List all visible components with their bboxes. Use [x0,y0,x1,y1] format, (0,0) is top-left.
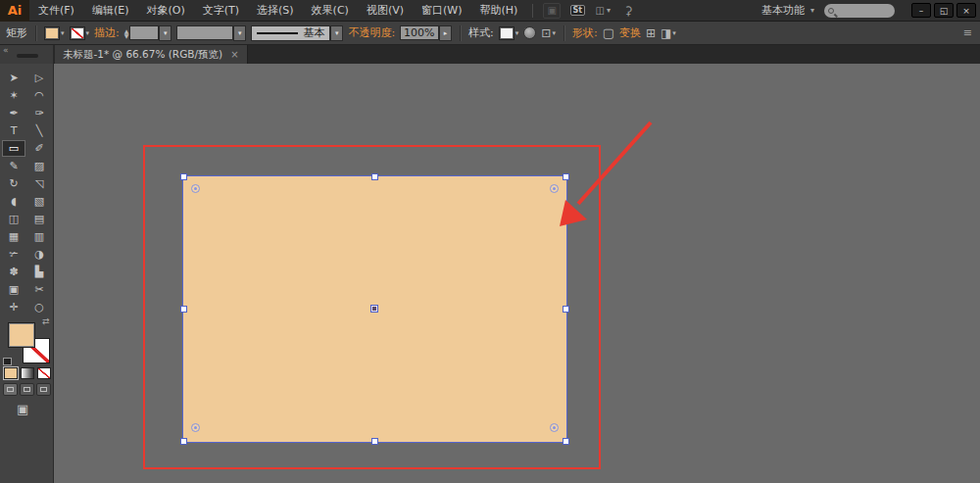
curvature-tool[interactable]: ✑ [27,105,51,121]
close-button[interactable]: × [956,3,976,18]
stroke-weight-caret-icon[interactable]: ▾ [159,25,172,41]
brush-caret-icon[interactable]: ▾ [233,25,246,41]
none-button[interactable] [37,367,51,379]
free-transform-tool[interactable]: ▧ [27,193,51,210]
stroke-style-caret-icon[interactable]: ▾ [330,25,343,41]
bounding-box-icon[interactable]: ▢ [603,25,614,40]
opacity-control[interactable]: 100% ▸ [400,25,452,41]
pencil-tool[interactable]: ✎ [2,158,25,174]
recolor-artwork-icon[interactable] [523,26,536,39]
draw-behind-button[interactable] [20,383,34,396]
type-tool[interactable]: T [2,122,25,139]
gradient-tool[interactable]: ▥ [27,228,51,245]
selection-handle-mid-right[interactable] [563,306,569,313]
toolbar-collapse-icon[interactable]: « [3,45,9,55]
style-swatch[interactable] [499,26,514,40]
blend-tool[interactable]: ◑ [27,246,51,263]
symbol-sprayer-tool[interactable]: ✽ [2,264,25,280]
color-button[interactable] [4,367,18,379]
rectangle-tool[interactable]: ▭ [2,140,25,157]
selection-handle-top-mid[interactable] [371,173,378,180]
menu-type[interactable]: 文字(T) [194,0,248,22]
eyedropper-tool[interactable]: ✃ [2,246,25,263]
selection-handle-bottom-right[interactable] [563,438,569,445]
zoom-tool[interactable]: ○ [27,299,51,315]
document-tab[interactable]: 未标题-1* @ 66.67% (RGB/预览) × [55,45,248,64]
scale-tool[interactable]: ◹ [27,175,51,192]
paintbrush-tool[interactable]: ✐ [27,140,51,157]
menu-object[interactable]: 对象(O) [137,0,193,22]
column-graph-tool[interactable]: ▙ [27,264,51,280]
menu-help[interactable]: 帮助(H) [470,0,526,22]
selection-handle-mid-left[interactable] [180,306,187,313]
rotate-tool[interactable]: ↻ [2,175,25,192]
line-segment-tool[interactable]: ╲ [27,122,51,139]
screen-mode-icon[interactable]: ▣ [17,402,28,416]
stroke-weight-control[interactable]: ▲▼ ▾ [124,25,172,41]
hand-tool[interactable]: ✛ [2,299,25,315]
perspective-grid-tool[interactable]: ▤ [27,211,51,227]
menu-edit[interactable]: 编辑(E) [83,0,138,22]
constrain-proportions-icon[interactable]: ⊞ [646,26,656,40]
stock-icon[interactable]: St [568,3,586,19]
width-tool[interactable]: ◖ [2,193,25,210]
restore-button[interactable]: ◱ [934,3,954,18]
brush-definition-control[interactable]: ▾ [176,25,246,41]
arrange-documents-icon[interactable]: ◫▾ [594,3,612,19]
direct-selection-tool[interactable]: ▷ [27,70,51,86]
menu-effect[interactable]: 效果(C) [303,0,358,22]
pen-tool[interactable]: ✒ [2,105,25,121]
isolate-mode-icon[interactable]: ◨▾ [661,26,676,40]
brush-definition-input[interactable] [176,25,233,40]
graphic-style-control[interactable]: ▾ [499,26,519,40]
workspace-switcher[interactable]: 基本功能 ▾ [761,3,814,18]
transform-label[interactable]: 变换 [619,25,641,40]
fill-swatch[interactable] [44,26,60,40]
cs-live-icon[interactable]: ⚳ [619,3,637,19]
eraser-tool[interactable]: ▨ [27,158,51,174]
selection-handle-top-right[interactable] [563,173,569,180]
default-fill-stroke-icon[interactable] [3,358,12,365]
corner-widget[interactable] [550,423,559,432]
search-input[interactable] [824,4,895,18]
canvas-area[interactable] [55,64,980,483]
corner-widget[interactable] [550,184,559,193]
stroke-weight-label[interactable]: 描边: [94,25,120,40]
draw-inside-button[interactable] [36,383,51,396]
align-panel-icon[interactable]: ⊡▾ [541,26,556,40]
fill-color-control[interactable]: ▾ [44,26,65,40]
swap-fill-stroke-icon[interactable]: ⇄ [42,316,50,326]
fill-indicator[interactable] [8,322,35,348]
bridge-icon[interactable]: ▣ [543,3,561,19]
selection-handle-bottom-left[interactable] [180,438,187,445]
selection-center-point[interactable] [370,305,378,313]
corner-widget[interactable] [191,184,200,193]
stroke-swatch[interactable] [70,26,85,40]
stroke-color-control[interactable]: ▾ [70,26,90,40]
selection-handle-top-left[interactable] [180,173,187,180]
shape-label[interactable]: 形状: [572,25,598,40]
lasso-tool[interactable]: ◠ [27,87,51,104]
menu-select[interactable]: 选择(S) [248,0,303,22]
tab-close-icon[interactable]: × [230,49,238,60]
selection-handle-bottom-mid[interactable] [371,438,378,445]
minimize-button[interactable]: – [911,3,931,18]
stroke-style-preview[interactable]: 基本 [251,25,330,41]
slice-tool[interactable]: ✂ [27,281,51,298]
opacity-caret-icon[interactable]: ▸ [439,25,452,41]
menu-file[interactable]: 文件(F) [29,0,83,22]
menu-view[interactable]: 视图(V) [358,0,413,22]
control-panel-menu-icon[interactable]: ≡ [963,26,974,39]
menu-window[interactable]: 窗口(W) [413,0,470,22]
mesh-tool[interactable]: ▦ [2,228,25,245]
opacity-label[interactable]: 不透明度: [348,25,395,40]
gradient-button[interactable] [21,367,34,379]
magic-wand-tool[interactable]: ✶ [2,87,25,104]
stroke-style-control[interactable]: 基本 ▾ [251,25,343,41]
toolbar-drag-handle[interactable] [17,54,38,58]
shape-builder-tool[interactable]: ◫ [2,211,25,227]
opacity-input[interactable]: 100% [400,25,439,40]
draw-normal-button[interactable] [3,383,18,396]
stroke-weight-input[interactable] [129,25,159,40]
selection-tool[interactable]: ➤ [2,70,25,86]
